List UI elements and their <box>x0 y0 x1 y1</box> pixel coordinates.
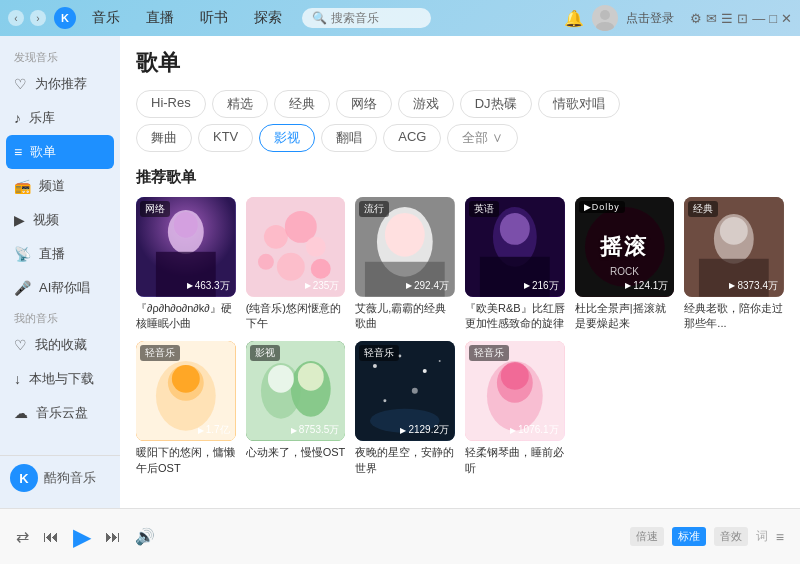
mail-icon[interactable]: ✉ <box>706 11 717 26</box>
play-count-9: 1076.1万 <box>510 423 559 437</box>
bell-icon[interactable]: 🔔 <box>564 9 584 28</box>
tab-explore[interactable]: 探索 <box>242 5 294 31</box>
card-tag-9: 轻音乐 <box>469 345 509 361</box>
playlist-section: 推荐歌单 网络 463.3万 『∂ <box>120 158 800 486</box>
sidebar-item-local[interactable]: ↓ 本地与下载 <box>0 362 120 396</box>
filter-game[interactable]: 游戏 <box>398 90 454 118</box>
thumb-8: 轻音乐 2129.2万 <box>355 341 455 441</box>
ai-icon: 🎤 <box>14 280 31 296</box>
filter-cover[interactable]: 翻唱 <box>321 124 377 152</box>
svg-point-35 <box>297 363 323 391</box>
playlist-name-6: 暖阳下的悠闲，慵懒午后OST <box>136 445 236 476</box>
sidebar-label-playlist: 歌单 <box>30 143 56 161</box>
playlist-card-1[interactable]: 235万 (纯音乐)悠闲惬意的下午 <box>246 197 346 331</box>
prev-button[interactable]: ⏮ <box>43 528 59 546</box>
filter-classic[interactable]: 经典 <box>274 90 330 118</box>
speed-option-0[interactable]: 倍速 <box>630 527 664 546</box>
svg-point-9 <box>305 237 325 257</box>
filter-dj[interactable]: DJ热碟 <box>460 90 532 118</box>
playlist-card-0[interactable]: 网络 463.3万 『∂ρ∂h∂o∂n∂k∂』硬核睡眠小曲 <box>136 197 236 331</box>
download-icon: ↓ <box>14 371 21 387</box>
filter-acg[interactable]: ACG <box>383 124 441 152</box>
search-input[interactable] <box>331 11 421 25</box>
card-tag-5: 经典 <box>688 201 718 217</box>
live-icon: 📡 <box>14 246 31 262</box>
sidebar-item-live[interactable]: 📡 直播 <box>0 237 120 271</box>
playlist-card-7[interactable]: 影视 8753.5万 心动来了，慢慢OST <box>246 341 346 475</box>
thumb-3: 英语 216万 <box>465 197 565 297</box>
playlist-card-6[interactable]: 轻音乐 1.7亿 暖阳下的悠闲，慵懒午后OST <box>136 341 236 475</box>
sidebar-label-local: 本地与下载 <box>29 370 94 388</box>
card-tag-2: 流行 <box>359 201 389 217</box>
playlist-card-9[interactable]: 轻音乐 1076.1万 轻柔钢琴曲，睡前必听 <box>465 341 565 475</box>
forward-button[interactable]: › <box>30 10 46 26</box>
titlebar: ‹ › K 音乐 直播 听书 探索 🔍 🔔 点击登录 ⚙ ✉ ☰ ⊡ — □ ✕ <box>0 0 800 36</box>
filter-network[interactable]: 网络 <box>336 90 392 118</box>
sidebar-item-playlist[interactable]: ≡ 歌单 <box>6 135 114 169</box>
play-count-3: 216万 <box>524 279 559 293</box>
playlist-card-2[interactable]: 流行 292.4万 艾薇儿,霸霸的经典歌曲 <box>355 197 455 331</box>
next-button[interactable]: ⏭ <box>105 528 121 546</box>
sidebar: 发现音乐 ♡ 为你推荐 ♪ 乐库 ≡ 歌单 📻 频道 ▶ 视频 📡 直播 🎤 A… <box>0 36 120 508</box>
tab-music[interactable]: 音乐 <box>80 5 132 31</box>
filter-movie[interactable]: 影视 <box>259 124 315 152</box>
volume-button[interactable]: 🔊 <box>135 527 155 546</box>
shuffle-button[interactable]: ⇄ <box>16 527 29 546</box>
playlist-name-4: 杜比全景声|摇滚就是要燥起来 <box>575 301 675 332</box>
avatar <box>592 5 618 31</box>
playlist-name-2: 艾薇儿,霸霸的经典歌曲 <box>355 301 455 332</box>
page-title: 歌单 <box>136 48 784 78</box>
search-box[interactable]: 🔍 <box>302 8 431 28</box>
sidebar-item-ai-sing[interactable]: 🎤 AI帮你唱 <box>0 271 120 305</box>
close-button[interactable]: ✕ <box>781 11 792 26</box>
play-button[interactable]: ▶ <box>73 523 91 551</box>
lyrics-button[interactable]: 词 <box>756 528 768 545</box>
filter-duet[interactable]: 情歌对唱 <box>538 90 620 118</box>
sidebar-item-cloud[interactable]: ☁ 音乐云盘 <box>0 396 120 430</box>
playlist-name-5: 经典老歌，陪你走过那些年... <box>684 301 784 332</box>
svg-point-47 <box>501 362 529 390</box>
svg-point-1 <box>596 22 614 31</box>
back-button[interactable]: ‹ <box>8 10 24 26</box>
svg-point-41 <box>412 388 418 394</box>
main-tabs: 音乐 直播 听书 探索 <box>80 5 294 31</box>
playlist-button[interactable]: ≡ <box>776 529 784 545</box>
tab-live[interactable]: 直播 <box>134 5 186 31</box>
play-count-7: 8753.5万 <box>291 423 340 437</box>
tab-audiobook[interactable]: 听书 <box>188 5 240 31</box>
filter-ktv[interactable]: KTV <box>198 124 253 152</box>
speed-option-1[interactable]: 标准 <box>672 527 706 546</box>
sidebar-item-channel[interactable]: 📻 频道 <box>0 169 120 203</box>
filter-selected[interactable]: 精选 <box>212 90 268 118</box>
screen-icon[interactable]: ⊡ <box>737 11 748 26</box>
sidebar-item-favorites[interactable]: ♡ 我的收藏 <box>0 328 120 362</box>
rock-overlay-sub: ROCK <box>575 266 675 277</box>
filter-row-2: 舞曲 KTV 影视 翻唱 ACG 全部 ∨ <box>136 124 784 152</box>
speed-option-2[interactable]: 音效 <box>714 527 748 546</box>
minimize-button[interactable]: — <box>752 11 765 26</box>
filter-hires[interactable]: Hi-Res <box>136 90 206 118</box>
thumb-2: 流行 292.4万 <box>355 197 455 297</box>
favorites-icon: ♡ <box>14 337 27 353</box>
card-tag-7: 影视 <box>250 345 280 361</box>
filter-more[interactable]: 全部 ∨ <box>447 124 518 152</box>
playlist-name-9: 轻柔钢琴曲，睡前必听 <box>465 445 565 476</box>
playlist-card-5[interactable]: 经典 8373.4万 经典老歌，陪你走过那些年... <box>684 197 784 331</box>
menu-icon[interactable]: ☰ <box>721 11 733 26</box>
settings-icon[interactable]: ⚙ <box>690 11 702 26</box>
player-right: 倍速 标准 音效 词 ≡ <box>630 527 784 546</box>
sidebar-item-recommend[interactable]: ♡ 为你推荐 <box>0 67 120 101</box>
section-title: 推荐歌单 <box>136 168 784 187</box>
playlist-card-3[interactable]: 英语 216万 『欧美R&B』比红唇更加性感致命的旋律 <box>465 197 565 331</box>
play-count-0: 463.3万 <box>187 279 230 293</box>
svg-point-10 <box>258 254 274 270</box>
playlist-card-8[interactable]: 轻音乐 2129.2万 夜晚的星空，安静的世界 <box>355 341 455 475</box>
filter-dance[interactable]: 舞曲 <box>136 124 192 152</box>
sidebar-item-library[interactable]: ♪ 乐库 <box>0 101 120 135</box>
maximize-button[interactable]: □ <box>769 11 777 26</box>
login-button[interactable]: 点击登录 <box>626 10 674 27</box>
card-tag-8: 轻音乐 <box>359 345 399 361</box>
sidebar-item-video[interactable]: ▶ 视频 <box>0 203 120 237</box>
titlebar-right: 🔔 点击登录 ⚙ ✉ ☰ ⊡ — □ ✕ <box>564 5 792 31</box>
playlist-card-4[interactable]: ▶Dolby 摇滚 ROCK 124.1万 杜比全景声|摇滚就是要燥起来 <box>575 197 675 331</box>
